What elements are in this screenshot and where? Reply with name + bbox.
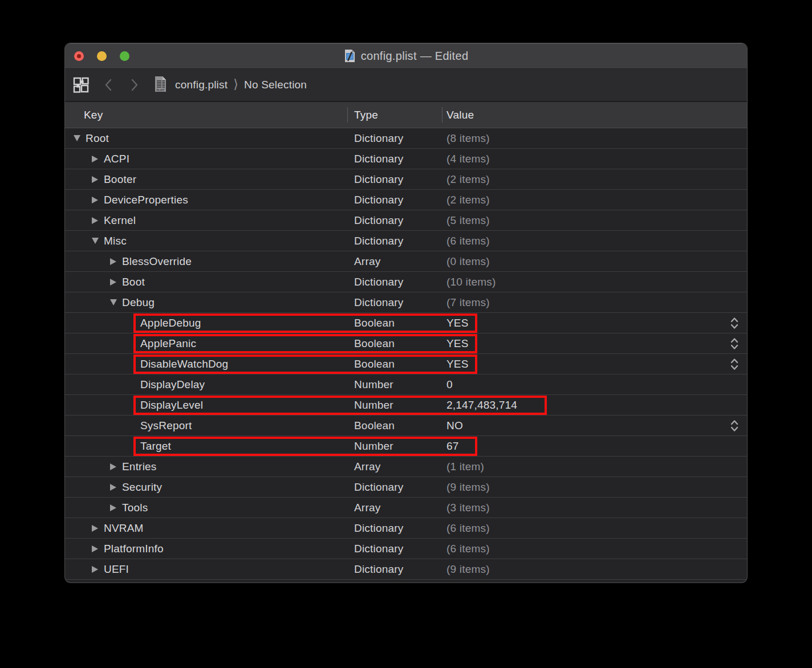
type-cell[interactable]: Dictionary [347, 128, 442, 148]
value-cell[interactable]: (5 items) [442, 210, 747, 230]
value-cell[interactable]: YES [442, 354, 747, 374]
type-cell[interactable]: Dictionary [347, 190, 442, 210]
value-cell[interactable]: (6 items) [442, 518, 747, 538]
value-cell[interactable]: (1 item) [442, 457, 747, 476]
value-stepper[interactable] [730, 418, 739, 433]
type-cell[interactable]: Dictionary [347, 559, 442, 579]
type-cell[interactable]: Boolean [347, 354, 442, 374]
type-cell[interactable]: Dictionary [347, 169, 442, 189]
value-cell[interactable]: (10 items) [442, 272, 747, 292]
value-cell[interactable]: 2,147,483,714 [442, 395, 747, 415]
disclosure-triangle-icon[interactable] [92, 545, 104, 552]
type-label: Dictionary [354, 276, 403, 288]
table-row-displaylevel[interactable]: DisplayLevel Number 2,147,483,714 [65, 395, 747, 416]
table-row-target[interactable]: Target Number 67 [65, 436, 747, 457]
table-row-boot[interactable]: Boot Dictionary (10 items) [65, 272, 747, 292]
type-cell[interactable]: Boolean [347, 333, 442, 353]
disclosure-triangle-icon[interactable] [92, 176, 104, 183]
value-cell[interactable]: 0 [442, 374, 747, 394]
type-cell[interactable]: Dictionary [347, 292, 442, 312]
disclosure-triangle-icon[interactable] [92, 197, 104, 203]
table-row-booter[interactable]: Booter Dictionary (2 items) [65, 169, 747, 190]
table-row-tools[interactable]: Tools Array (3 items) [65, 498, 747, 518]
type-cell[interactable]: Array [347, 457, 442, 476]
value-cell[interactable]: (4 items) [442, 149, 747, 169]
type-cell[interactable]: Number [347, 436, 442, 456]
value-cell[interactable]: NO [442, 416, 747, 435]
disclosure-triangle-icon[interactable] [92, 156, 104, 162]
value-stepper[interactable] [730, 357, 739, 371]
type-cell[interactable]: Boolean [347, 416, 442, 435]
table-row-uefi[interactable]: UEFI Dictionary (9 items) [65, 559, 747, 580]
table-row-appledebug[interactable]: AppleDebug Boolean YES [65, 313, 747, 333]
type-cell[interactable]: Dictionary [347, 477, 442, 497]
type-cell[interactable]: Boolean [347, 313, 442, 333]
type-cell[interactable]: Dictionary [347, 272, 442, 292]
disclosure-triangle-icon[interactable] [92, 217, 104, 224]
value-cell[interactable]: (0 items) [442, 251, 747, 271]
column-header-key[interactable]: Key [65, 102, 347, 128]
disclosure-triangle-icon[interactable] [92, 566, 104, 573]
disclosure-triangle-icon[interactable] [110, 258, 122, 265]
table-row-security[interactable]: Security Dictionary (9 items) [65, 477, 747, 498]
value-cell[interactable]: (2 items) [442, 169, 747, 189]
table-row-platforminfo[interactable]: PlatformInfo Dictionary (6 items) [65, 539, 747, 559]
type-cell[interactable]: Number [347, 395, 442, 415]
titlebar[interactable]: config.plist — Edited [65, 43, 747, 68]
value-stepper[interactable] [730, 336, 739, 351]
disclosure-triangle-icon[interactable] [110, 463, 122, 470]
table-row-disablewatchdog[interactable]: DisableWatchDog Boolean YES [65, 354, 747, 374]
type-cell[interactable]: Dictionary [347, 518, 442, 538]
disclosure-triangle-icon[interactable] [74, 135, 86, 141]
type-cell[interactable]: Dictionary [347, 210, 442, 230]
value-cell[interactable]: (7 items) [442, 292, 747, 312]
column-divider[interactable] [347, 107, 348, 123]
zoom-button[interactable] [120, 51, 129, 61]
value-cell[interactable]: (3 items) [442, 498, 747, 518]
type-cell[interactable]: Dictionary [347, 149, 442, 169]
type-cell[interactable]: Array [347, 498, 442, 518]
value-cell[interactable]: (9 items) [442, 477, 747, 497]
table-row-root[interactable]: Root Dictionary (8 items) [65, 128, 747, 149]
table-row-deviceproperties[interactable]: DeviceProperties Dictionary (2 items) [65, 190, 747, 210]
table-row-blessoverride[interactable]: BlessOverride Array (0 items) [65, 251, 747, 272]
related-items-button[interactable] [73, 77, 89, 93]
type-cell[interactable]: Number [347, 374, 442, 394]
disclosure-triangle-icon[interactable] [110, 504, 122, 511]
type-cell[interactable]: Dictionary [347, 539, 442, 559]
value-stepper[interactable] [730, 316, 739, 330]
breadcrumb-item-selection[interactable]: No Selection [244, 79, 307, 91]
column-divider[interactable] [442, 107, 442, 123]
go-forward-button[interactable] [130, 78, 139, 92]
value-cell[interactable]: (6 items) [442, 539, 747, 559]
table-row-debug[interactable]: Debug Dictionary (7 items) [65, 292, 747, 313]
value-cell[interactable]: (6 items) [442, 231, 747, 251]
value-cell[interactable]: YES [442, 313, 747, 333]
minimize-button[interactable] [97, 51, 107, 61]
table-row-sysreport[interactable]: SysReport Boolean NO [65, 416, 747, 436]
disclosure-triangle-icon[interactable] [110, 279, 122, 286]
type-cell[interactable]: Dictionary [347, 231, 442, 251]
value-cell[interactable]: YES [442, 333, 747, 353]
go-back-button[interactable] [104, 78, 113, 92]
table-row-displaydelay[interactable]: DisplayDelay Number 0 [65, 374, 747, 395]
table-row-applepanic[interactable]: ApplePanic Boolean YES [65, 333, 747, 354]
value-cell[interactable]: (9 items) [442, 559, 747, 579]
disclosure-triangle-icon[interactable] [92, 525, 104, 532]
column-header-value[interactable]: Value [442, 102, 747, 128]
value-cell[interactable]: (2 items) [442, 190, 747, 210]
table-row-entries[interactable]: Entries Array (1 item) [65, 457, 747, 477]
disclosure-triangle-icon[interactable] [110, 484, 122, 491]
disclosure-triangle-icon[interactable] [92, 238, 104, 244]
table-row-acpi[interactable]: ACPI Dictionary (4 items) [65, 149, 747, 169]
breadcrumb-item-file[interactable]: config.plist [175, 79, 228, 91]
table-row-kernel[interactable]: Kernel Dictionary (5 items) [65, 210, 747, 231]
column-header-type[interactable]: Type [347, 102, 442, 128]
table-row-nvram[interactable]: NVRAM Dictionary (6 items) [65, 518, 747, 539]
type-cell[interactable]: Array [347, 251, 442, 271]
value-cell[interactable]: 67 [442, 436, 747, 456]
close-button[interactable] [74, 51, 84, 61]
table-row-misc[interactable]: Misc Dictionary (6 items) [65, 231, 747, 251]
disclosure-triangle-icon[interactable] [110, 299, 122, 306]
value-cell[interactable]: (8 items) [442, 128, 747, 148]
